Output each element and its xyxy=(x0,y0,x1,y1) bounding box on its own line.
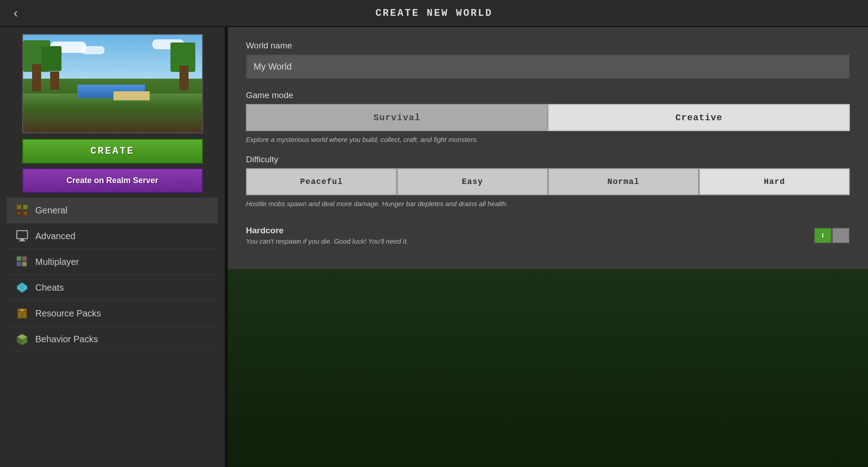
svg-rect-2 xyxy=(17,211,21,216)
sidebar-item-cheats[interactable]: Cheats xyxy=(7,275,218,301)
svg-rect-7 xyxy=(17,256,21,261)
svg-rect-3 xyxy=(23,211,28,216)
svg-rect-0 xyxy=(17,205,21,209)
sidebar-item-resource-packs[interactable]: Resource Packs xyxy=(7,301,218,326)
game-mode-description: Explore a mysterious world where you bui… xyxy=(246,136,850,143)
hardcore-title: Hardcore xyxy=(246,226,408,236)
page-title: CREATE NEW WORLD xyxy=(375,8,492,19)
left-panel: CREATE Create on Realm Server General xyxy=(0,27,226,467)
svg-rect-4 xyxy=(17,231,28,239)
hardcore-row: Hardcore You can't respawn if you die. G… xyxy=(246,219,850,252)
svg-rect-1 xyxy=(23,205,28,209)
game-mode-buttons: Survival Creative xyxy=(246,104,850,131)
hardcore-toggle-container: I xyxy=(814,227,850,244)
hard-button[interactable]: Hard xyxy=(699,168,850,195)
sidebar-label-resource-packs: Resource Packs xyxy=(35,308,101,319)
cube-icon xyxy=(16,333,28,345)
sidebar-item-general[interactable]: General xyxy=(7,198,218,223)
sand-bg xyxy=(113,91,150,100)
world-name-input[interactable] xyxy=(246,54,850,79)
peaceful-button[interactable]: Peaceful xyxy=(246,168,397,195)
toggle-on-indicator: I xyxy=(815,228,831,243)
hardcore-description: You can't respawn if you die. Good luck!… xyxy=(246,237,408,245)
world-name-label: World name xyxy=(246,41,850,51)
grid-icon xyxy=(16,204,28,217)
world-preview xyxy=(22,34,203,133)
tree-trunk-3 xyxy=(179,66,189,90)
svg-rect-6 xyxy=(19,241,25,241)
ground-bg xyxy=(23,94,202,132)
svg-rect-8 xyxy=(22,256,27,261)
svg-rect-9 xyxy=(17,262,21,266)
back-icon: ‹ xyxy=(14,6,18,20)
tree-trunk-2 xyxy=(50,71,59,90)
monitor-icon xyxy=(16,230,28,242)
sidebar-label-multiplayer: Multiplayer xyxy=(35,257,79,267)
sidebar-nav: General Advanced xyxy=(7,198,218,352)
sidebar-label-general: General xyxy=(35,205,67,216)
main-layout: CREATE Create on Realm Server General xyxy=(0,27,868,467)
header: ‹ CREATE NEW WORLD xyxy=(0,0,868,27)
survival-button[interactable]: Survival xyxy=(246,104,548,131)
sidebar-label-behavior-packs: Behavior Packs xyxy=(35,334,98,344)
tree-trunk-1 xyxy=(32,64,41,91)
people-icon xyxy=(16,255,28,268)
diamond-icon xyxy=(16,281,28,294)
creative-button[interactable]: Creative xyxy=(548,104,850,131)
svg-rect-10 xyxy=(22,262,27,266)
box-icon xyxy=(16,307,28,320)
realm-server-button[interactable]: Create on Realm Server xyxy=(22,168,203,193)
toggle-off-indicator xyxy=(833,228,849,243)
difficulty-description: Hostile mobs spawn and deal more damage.… xyxy=(246,200,850,208)
back-button[interactable]: ‹ xyxy=(9,4,22,23)
tree-leaves-2 xyxy=(41,46,61,71)
sidebar-item-multiplayer[interactable]: Multiplayer xyxy=(7,249,218,275)
world-name-section: World name xyxy=(246,41,850,79)
difficulty-label: Difficulty xyxy=(246,155,850,165)
right-content: World name Game mode Survival Creative E… xyxy=(246,41,850,252)
difficulty-buttons: Peaceful Easy Normal Hard xyxy=(246,168,850,195)
difficulty-section: Difficulty Peaceful Easy Normal Hard Hos… xyxy=(246,155,850,208)
normal-button[interactable]: Normal xyxy=(548,168,699,195)
easy-button[interactable]: Easy xyxy=(397,168,548,195)
grass-background xyxy=(228,269,868,467)
right-panel-background xyxy=(228,269,868,467)
hardcore-info: Hardcore You can't respawn if you die. G… xyxy=(246,226,408,245)
svg-rect-5 xyxy=(20,239,24,241)
sidebar-label-cheats: Cheats xyxy=(35,283,64,293)
right-panel: World name Game mode Survival Creative E… xyxy=(228,27,868,467)
game-mode-section: Game mode Survival Creative Explore a my… xyxy=(246,90,850,143)
game-mode-label: Game mode xyxy=(246,90,850,100)
create-button[interactable]: CREATE xyxy=(22,139,203,164)
sidebar-label-advanced: Advanced xyxy=(35,231,75,241)
hardcore-toggle[interactable]: I xyxy=(814,227,850,244)
hardcore-section: Hardcore You can't respawn if you die. G… xyxy=(246,219,850,252)
sidebar-item-behavior-packs[interactable]: Behavior Packs xyxy=(7,326,218,352)
cloud-2 xyxy=(82,46,104,54)
sidebar-item-advanced[interactable]: Advanced xyxy=(7,223,218,249)
